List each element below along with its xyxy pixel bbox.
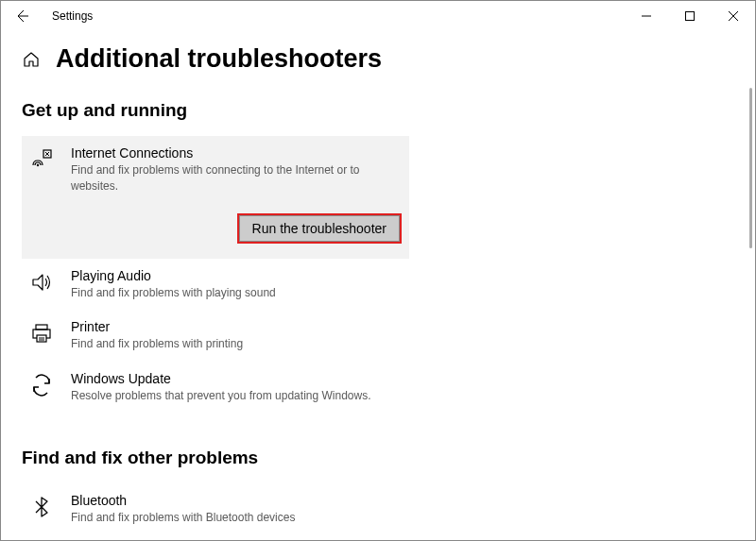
troubleshooter-bluetooth[interactable]: Bluetooth Find and fix problems with Blu… [22,483,409,535]
scrollbar-thumb[interactable] [749,88,752,248]
internet-icon [29,147,54,172]
page-title: Additional troubleshooters [56,44,382,74]
content-area: Additional troubleshooters Get up and ru… [1,31,755,541]
titlebar: Settings [1,1,755,31]
minimize-button[interactable] [625,1,668,31]
update-icon [29,373,54,397]
item-desc: Find and fix problems with connecting to… [71,162,402,194]
item-desc: Find and fix problems with Bluetooth dev… [71,510,402,526]
home-icon[interactable] [22,50,41,69]
svg-rect-9 [36,325,47,330]
troubleshooter-printer[interactable]: Printer Find and fix problems with print… [22,310,409,362]
scrollbar[interactable] [747,31,754,541]
item-title: Bluetooth [71,493,402,508]
item-title: Playing Audio [71,268,402,283]
section-find-fix: Find and fix other problems Bluetooth Fi… [22,448,734,535]
troubleshooter-audio[interactable]: Playing Audio Find and fix problems with… [22,259,409,311]
section-heading: Find and fix other problems [22,448,734,468]
printer-icon [29,321,54,346]
svg-rect-2 [686,12,695,21]
section-heading: Get up and running [22,100,734,121]
bluetooth-icon [29,495,54,519]
item-desc: Find and fix problems with playing sound [71,285,402,301]
item-title: Windows Update [71,371,402,386]
window-controls [625,1,755,31]
item-desc: Resolve problems that prevent you from u… [71,388,402,404]
svg-point-8 [37,164,39,166]
item-title: Printer [71,319,402,334]
troubleshooter-update[interactable]: Windows Update Resolve problems that pre… [22,362,409,414]
window-title: Settings [52,9,93,23]
back-button[interactable] [10,5,33,27]
item-title: Internet Connections [71,145,402,161]
item-desc: Find and fix problems with printing [71,336,402,352]
run-troubleshooter-button[interactable]: Run the troubleshooter [237,213,402,244]
maximize-button[interactable] [668,1,712,31]
close-button[interactable] [712,1,755,31]
troubleshooter-internet[interactable]: Internet Connections Find and fix proble… [22,136,409,259]
audio-icon [29,270,54,295]
section-get-up: Get up and running Internet Connections … [22,100,734,414]
